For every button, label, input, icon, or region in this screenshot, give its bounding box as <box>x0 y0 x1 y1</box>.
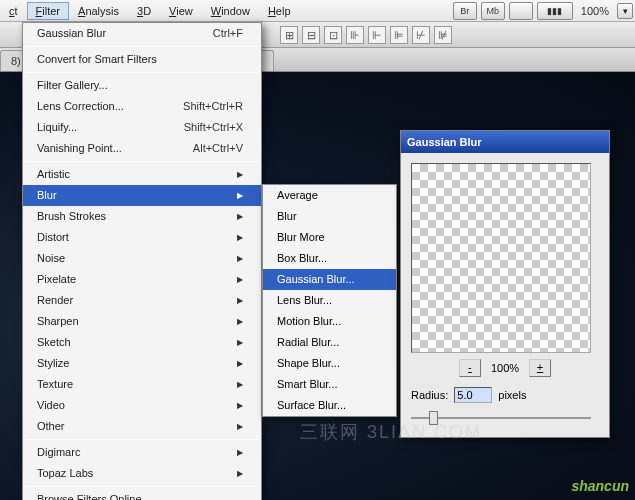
submenu-item[interactable]: Box Blur... <box>263 248 396 269</box>
preview-area[interactable] <box>411 163 591 353</box>
submenu-item[interactable]: Radial Blur... <box>263 332 396 353</box>
menu-analysis[interactable]: Analysis <box>69 2 128 20</box>
align-icon[interactable]: ⊬ <box>412 26 430 44</box>
menu-ct[interactable]: ct <box>0 2 27 20</box>
menu-item[interactable]: Digimarc <box>23 442 261 463</box>
menu-item[interactable]: Video <box>23 395 261 416</box>
menu-item[interactable]: Noise <box>23 248 261 269</box>
menu-window[interactable]: Window <box>202 2 259 20</box>
submenu-item[interactable]: Smart Blur... <box>263 374 396 395</box>
zoom-display[interactable]: 100% <box>581 5 609 17</box>
dialog-titlebar[interactable]: Gaussian Blur <box>401 131 609 153</box>
menu-item[interactable]: Topaz Labs <box>23 463 261 484</box>
menu-item[interactable]: Pixelate <box>23 269 261 290</box>
submenu-item[interactable]: Lens Blur... <box>263 290 396 311</box>
dialog-title: Gaussian Blur <box>407 136 482 148</box>
menu-item[interactable]: Sharpen <box>23 311 261 332</box>
menu-item[interactable]: Brush Strokes <box>23 206 261 227</box>
submenu-item[interactable]: Blur <box>263 206 396 227</box>
radius-label: Radius: <box>411 389 448 401</box>
zoom-in-button[interactable]: + <box>529 359 551 377</box>
menu-item[interactable]: Sketch <box>23 332 261 353</box>
menu-view[interactable]: View <box>160 2 202 20</box>
radius-unit: pixels <box>498 389 526 401</box>
align-icon[interactable]: ⊡ <box>324 26 342 44</box>
align-icon[interactable]: ⊩ <box>368 26 386 44</box>
toolbar-button[interactable]: Mb <box>481 2 505 20</box>
submenu-item[interactable]: Gaussian Blur... <box>263 269 396 290</box>
menu-item[interactable]: Other <box>23 416 261 437</box>
menu-item[interactable]: Distort <box>23 227 261 248</box>
menu-item[interactable]: Blur <box>23 185 261 206</box>
toolbar-button[interactable] <box>509 2 533 20</box>
zoom-out-button[interactable]: - <box>459 359 481 377</box>
filter-menu: Gaussian BlurCtrl+FConvert for Smart Fil… <box>22 22 262 500</box>
align-icon[interactable]: ⊪ <box>346 26 364 44</box>
align-icon[interactable]: ⊟ <box>302 26 320 44</box>
submenu-item[interactable]: Average <box>263 185 396 206</box>
radius-input[interactable] <box>454 387 492 403</box>
submenu-item[interactable]: Shape Blur... <box>263 353 396 374</box>
submenu-item[interactable]: Surface Blur... <box>263 395 396 416</box>
align-icon[interactable]: ⊯ <box>434 26 452 44</box>
menu-item[interactable]: Stylize <box>23 353 261 374</box>
align-icon[interactable]: ⊞ <box>280 26 298 44</box>
menu-item[interactable]: Render <box>23 290 261 311</box>
arrange-button[interactable]: ▮▮▮ <box>537 2 573 20</box>
menu-help[interactable]: Help <box>259 2 300 20</box>
menu-item[interactable]: Lens Correction...Shift+Ctrl+R <box>23 96 261 117</box>
menu-item[interactable]: Convert for Smart Filters <box>23 49 261 70</box>
align-icon[interactable]: ⊫ <box>390 26 408 44</box>
submenu-item[interactable]: Blur More <box>263 227 396 248</box>
watermark: 三联网 3LIAN.COM <box>300 420 482 444</box>
gaussian-blur-dialog: Gaussian Blur - 100% + Radius: pixels <box>400 130 610 438</box>
zoom-value: 100% <box>491 362 519 374</box>
menu-item[interactable]: Artistic <box>23 164 261 185</box>
zoom-dropdown[interactable]: ▾ <box>617 3 633 19</box>
menu-item[interactable]: Filter Gallery... <box>23 75 261 96</box>
menubar: ctFilterAnalysis3DViewWindowHelpBrMb▮▮▮1… <box>0 0 635 22</box>
toolbar-button[interactable]: Br <box>453 2 477 20</box>
menu-item[interactable]: Liquify...Shift+Ctrl+X <box>23 117 261 138</box>
watermark-logo: shancun <box>571 478 629 494</box>
menu-3d[interactable]: 3D <box>128 2 160 20</box>
menu-item[interactable]: Vanishing Point...Alt+Ctrl+V <box>23 138 261 159</box>
blur-submenu: AverageBlurBlur MoreBox Blur...Gaussian … <box>262 184 397 417</box>
menu-item[interactable]: Browse Filters Online... <box>23 489 261 500</box>
menu-item[interactable]: Gaussian BlurCtrl+F <box>23 23 261 44</box>
menu-item[interactable]: Texture <box>23 374 261 395</box>
menu-filter[interactable]: Filter <box>27 2 69 20</box>
submenu-item[interactable]: Motion Blur... <box>263 311 396 332</box>
